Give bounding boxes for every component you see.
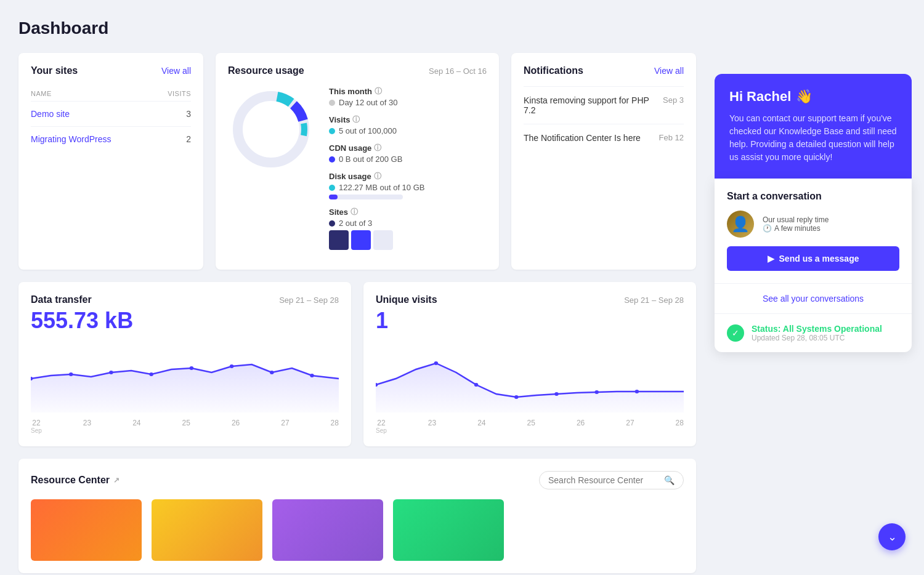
stat-sites: Sites ⓘ 2 out of 3 xyxy=(329,207,487,250)
rc-thumbnail-2[interactable] xyxy=(272,499,383,561)
data-transfer-chart-svg xyxy=(31,339,339,412)
clock-icon: 🕐 xyxy=(763,224,772,233)
bottom-charts-grid: Data transfer Sep 21 – Sep 28 555.73 kB xyxy=(18,282,696,446)
data-transfer-title: Data transfer xyxy=(31,294,92,305)
chart-label-item: 22 Sep xyxy=(376,419,387,434)
status-updated: Updated Sep 28, 08:05 UTC xyxy=(752,334,882,342)
status-operational-icon: ✓ xyxy=(727,324,744,342)
sites-bar-2 xyxy=(351,230,371,250)
sites-col-visits: VISITS xyxy=(155,86,191,102)
notification-item-0: Kinsta removing support for PHP 7.2 Sep … xyxy=(524,86,684,124)
rc-thumbnail-1[interactable] xyxy=(152,499,262,561)
table-row: Migrating WordPress 2 xyxy=(31,127,191,152)
agent-reply-label: Our usual reply time xyxy=(763,215,829,224)
table-row: Demo site 3 xyxy=(31,102,191,127)
data-transfer-date: Sep 21 – Sep 28 xyxy=(279,296,339,305)
notifications-view-all-link[interactable]: View all xyxy=(654,66,684,76)
sites-table: NAME VISITS Demo site 3 Migrating WordPr… xyxy=(31,86,191,151)
conversation-title: Start a conversation xyxy=(727,191,899,202)
sites-bar-container xyxy=(329,230,487,250)
stat-this-month: This month ⓘ Day 12 out of 30 xyxy=(329,86,487,107)
svg-point-6 xyxy=(109,371,113,374)
resource-card-header: Resource usage Sep 16 – Oct 16 xyxy=(228,65,487,76)
notif-date-1: Feb 12 xyxy=(659,133,684,142)
chart-label-item: 22 Sep xyxy=(31,419,42,434)
sites-card-title: Your sites xyxy=(31,65,78,76)
resource-center-search-input[interactable] xyxy=(548,475,659,485)
info-icon-cdn[interactable]: ⓘ xyxy=(374,143,381,153)
search-icon: 🔍 xyxy=(664,475,675,485)
rc-thumbnail-3[interactable] xyxy=(393,499,504,561)
svg-point-8 xyxy=(190,366,194,370)
resource-date-range: Sep 16 – Oct 16 xyxy=(429,66,487,76)
data-transfer-labels: 22 Sep 23 24 25 26 xyxy=(31,419,339,434)
site-link-demo[interactable]: Demo site xyxy=(31,109,70,119)
sites-bar-3 xyxy=(373,230,393,250)
agent-row: 👤 Our usual reply time 🕐 A few minutes xyxy=(727,211,899,238)
unique-visits-labels: 22 Sep 23 24 25 26 xyxy=(376,419,684,434)
notif-date-0: Sep 3 xyxy=(663,95,684,105)
data-transfer-value: 555.73 kB xyxy=(31,308,339,334)
svg-point-14 xyxy=(474,383,479,387)
svg-point-7 xyxy=(149,372,153,376)
dot-sites xyxy=(329,220,335,227)
chart-label-item: 27 xyxy=(281,419,289,434)
disk-progress-bar xyxy=(329,195,403,199)
svg-point-5 xyxy=(69,372,73,376)
notif-row-0: Kinsta removing support for PHP 7.2 Sep … xyxy=(524,95,684,115)
collapse-button[interactable]: ⌄ xyxy=(878,523,906,550)
data-transfer-header: Data transfer Sep 21 – Sep 28 xyxy=(31,294,339,305)
stat-disk: Disk usage ⓘ 122.27 MB out of 10 GB xyxy=(329,171,487,199)
sites-view-all-link[interactable]: View all xyxy=(161,66,191,76)
support-panel: Hi Rachel 👋 You can contact our support … xyxy=(715,74,912,352)
chart-month-sep1: Sep xyxy=(31,427,42,434)
site-visits-demo: 3 xyxy=(155,102,191,127)
status-text: Status: All Systems Operational xyxy=(752,324,882,334)
stat-cdn: CDN usage ⓘ 0 B out of 200 GB xyxy=(329,143,487,164)
status-info: Status: All Systems Operational Updated … xyxy=(752,324,882,342)
notifications-card-header: Notifications View all xyxy=(524,65,684,76)
info-icon-sites[interactable]: ⓘ xyxy=(351,207,358,217)
unique-visits-title: Unique visits xyxy=(376,294,437,305)
chart-day-22: 22 xyxy=(31,419,42,427)
dot-disk xyxy=(329,185,335,191)
dot-month xyxy=(329,100,335,106)
resource-stats: This month ⓘ Day 12 out of 30 Visits xyxy=(329,86,487,257)
svg-point-15 xyxy=(514,395,519,399)
support-hero: Hi Rachel 👋 You can contact our support … xyxy=(715,74,912,179)
support-hero-title: Hi Rachel 👋 xyxy=(729,89,897,105)
svg-point-13 xyxy=(434,361,439,365)
notifications-card: Notifications View all Kinsta removing s… xyxy=(511,53,696,270)
chart-label-item: 24 xyxy=(477,419,485,434)
svg-point-18 xyxy=(635,390,639,393)
site-link-migrating[interactable]: Migrating WordPress xyxy=(31,134,111,144)
notif-text-0: Kinsta removing support for PHP 7.2 xyxy=(524,95,655,115)
page-title: Dashboard xyxy=(18,18,696,38)
unique-visits-chart-svg xyxy=(376,339,684,412)
support-hero-text: You can contact our support team if you'… xyxy=(729,112,897,164)
agent-avatar: 👤 xyxy=(727,211,754,238)
rc-thumbnail-0[interactable] xyxy=(31,499,142,561)
disk-progress-fill xyxy=(329,195,338,199)
chart-label-item: 26 xyxy=(577,419,585,434)
resource-donut-chart xyxy=(228,86,314,172)
notif-row-1: The Notification Center Is here Feb 12 xyxy=(524,133,684,143)
conversation-section: Start a conversation 👤 Our usual reply t… xyxy=(715,179,912,284)
info-icon-month[interactable]: ⓘ xyxy=(375,86,382,97)
resource-center-search[interactable]: 🔍 xyxy=(539,471,684,489)
stat-visits: Visits ⓘ 5 out of 100,000 xyxy=(329,115,487,135)
unique-visits-date: Sep 21 – Sep 28 xyxy=(624,296,684,305)
status-section: ✓ Status: All Systems Operational Update… xyxy=(715,314,912,352)
dot-cdn xyxy=(329,156,335,163)
all-conversations-link[interactable]: See all your conversations xyxy=(715,284,912,314)
info-icon-disk[interactable]: ⓘ xyxy=(374,171,381,182)
unique-visits-header: Unique visits Sep 21 – Sep 28 xyxy=(376,294,684,305)
send-message-button[interactable]: ▶ Send us a message xyxy=(727,246,899,271)
resource-center-thumbnails xyxy=(31,499,684,561)
agent-reply-time: 🕐 A few minutes xyxy=(763,224,829,233)
svg-point-11 xyxy=(310,374,314,377)
chart-label-item: 23 xyxy=(83,419,91,434)
info-icon-visits[interactable]: ⓘ xyxy=(352,115,360,125)
sites-card-header: Your sites View all xyxy=(31,65,191,76)
svg-point-16 xyxy=(554,392,559,396)
